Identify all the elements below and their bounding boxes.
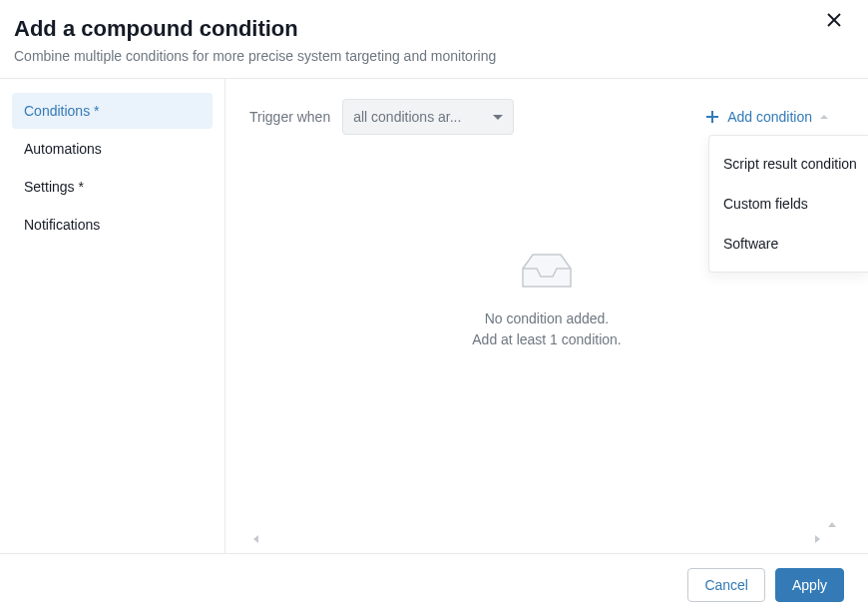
cancel-button[interactable]: Cancel — [687, 568, 765, 602]
trigger-when-select[interactable]: all conditions ar... — [342, 99, 514, 135]
dropdown-item-software[interactable]: Software — [709, 224, 868, 264]
conditions-toolbar: Trigger when all conditions ar... Add co… — [249, 99, 844, 135]
dropdown-item-label: Software — [723, 236, 778, 252]
select-value: all conditions ar... — [353, 109, 461, 125]
add-condition-button[interactable]: Add condition — [705, 109, 844, 125]
close-button[interactable] — [822, 8, 846, 32]
dropdown-item-script-result[interactable]: Script result condition — [709, 144, 868, 184]
apply-button[interactable]: Apply — [775, 568, 844, 602]
scroll-up-icon[interactable] — [828, 522, 836, 527]
sidebar-item-label: Settings * — [24, 179, 84, 195]
trigger-when-group: Trigger when all conditions ar... — [249, 99, 514, 135]
dialog-subtitle: Combine multiple conditions for more pre… — [14, 48, 854, 64]
sidebar-item-label: Automations — [24, 141, 102, 157]
inbox-empty-icon — [519, 251, 575, 291]
chevron-up-icon — [820, 115, 828, 119]
main-panel: Trigger when all conditions ar... Add co… — [225, 79, 868, 553]
scroll-right-icon[interactable] — [815, 535, 820, 543]
dialog-title: Add a compound condition — [14, 16, 854, 42]
sidebar-item-conditions[interactable]: Conditions * — [12, 93, 213, 129]
plus-icon — [705, 110, 719, 124]
add-condition-label: Add condition — [727, 109, 812, 125]
empty-state-line2: Add at least 1 condition. — [472, 329, 621, 350]
dropdown-item-label: Custom fields — [723, 196, 808, 212]
dropdown-item-custom-fields[interactable]: Custom fields — [709, 184, 868, 224]
scroll-indicators — [249, 533, 844, 553]
chevron-down-icon — [493, 115, 503, 120]
sidebar-item-automations[interactable]: Automations — [12, 131, 213, 167]
sidebar-item-label: Conditions * — [24, 103, 100, 119]
sidebar: Conditions * Automations Settings * Noti… — [0, 79, 225, 553]
trigger-when-label: Trigger when — [249, 109, 330, 125]
add-condition-dropdown: Script result condition Custom fields So… — [708, 135, 868, 273]
sidebar-item-notifications[interactable]: Notifications — [12, 207, 213, 243]
empty-state-line1: No condition added. — [485, 308, 610, 329]
sidebar-item-label: Notifications — [24, 217, 100, 233]
dialog-footer: Cancel Apply — [0, 553, 868, 616]
dropdown-item-label: Script result condition — [723, 156, 857, 172]
close-icon — [827, 13, 841, 27]
scroll-left-icon[interactable] — [253, 535, 258, 543]
compound-condition-dialog: Add a compound condition Combine multipl… — [0, 0, 868, 616]
dialog-body: Conditions * Automations Settings * Noti… — [0, 79, 868, 553]
sidebar-item-settings[interactable]: Settings * — [12, 169, 213, 205]
dialog-header: Add a compound condition Combine multipl… — [0, 0, 868, 78]
